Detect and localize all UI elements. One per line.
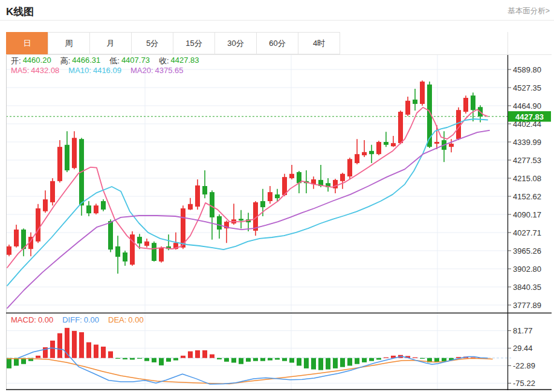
legend-ma5: MA5:4432.08 (11, 66, 59, 75)
tab-60min[interactable]: 60分 (256, 32, 298, 54)
tab-daily[interactable]: 日 (6, 32, 48, 54)
kline-chart-page: K线图 基本面分析> 日 周 月 5分 15分 30分 60分 4时 开:446… (0, 0, 554, 392)
svg-text:4339.99: 4339.99 (513, 138, 541, 147)
svg-text:3840.35: 3840.35 (513, 283, 541, 292)
main-candlestick-chart[interactable]: 4589.804527.354464.904402.444339.994277.… (6, 54, 552, 313)
legend-dea: DEA:0.00 (108, 315, 144, 324)
legend-high: 高:4466.31 (60, 56, 101, 66)
tab-15min[interactable]: 15分 (173, 32, 215, 54)
legend-low: 低:4407.73 (109, 56, 150, 66)
tab-4hour[interactable]: 4时 (298, 32, 340, 54)
svg-text:29.44: 29.44 (513, 344, 533, 353)
svg-text:3902.80: 3902.80 (513, 265, 541, 274)
svg-text:4427.83: 4427.83 (515, 112, 544, 121)
legend-diff: DIFF:0.00 (62, 315, 99, 324)
svg-text:4464.90: 4464.90 (513, 101, 541, 111)
ohlc-legend: 开:4460.20 高:4466.31 低:4407.73 收:4427.83 (11, 56, 199, 66)
svg-text:-22.89: -22.89 (513, 361, 535, 370)
legend-open: 开:4460.20 (11, 56, 51, 66)
legend-ma20: MA20:4375.65 (130, 66, 184, 75)
header-divider (0, 20, 554, 21)
svg-text:3777.89: 3777.89 (513, 301, 541, 310)
current-price-tag: 4427.83 (508, 111, 551, 121)
legend-ma10: MA10:4416.09 (68, 66, 121, 75)
tab-30min[interactable]: 30分 (214, 32, 257, 54)
legend-macd: MACD:0.00 (11, 315, 53, 324)
svg-text:4277.53: 4277.53 (513, 156, 541, 165)
macd-legend: MACD:0.00 DIFF:0.00 DEA:0.00 (11, 315, 144, 324)
toolbar-right-border (507, 32, 508, 54)
legend-close: 收:4427.83 (159, 56, 199, 66)
svg-text:4027.71: 4027.71 (513, 228, 541, 237)
tab-monthly[interactable]: 月 (89, 32, 132, 54)
svg-text:4152.62: 4152.62 (513, 192, 541, 201)
svg-text:4527.35: 4527.35 (513, 83, 541, 92)
svg-text:4589.80: 4589.80 (513, 65, 541, 74)
svg-text:3965.26: 3965.26 (513, 246, 541, 255)
tab-weekly[interactable]: 周 (48, 32, 90, 54)
svg-text:81.77: 81.77 (513, 326, 533, 335)
interval-tab-bar: 日 周 月 5分 15分 30分 60分 4时 (6, 32, 340, 54)
page-title: K线图 (6, 5, 34, 19)
svg-text:-75.22: -75.22 (513, 379, 535, 388)
macd-indicator-chart[interactable]: 81.7729.44-22.89-75.22 (6, 313, 552, 390)
tab-5min[interactable]: 5分 (131, 32, 173, 54)
svg-text:4090.17: 4090.17 (513, 210, 541, 219)
ma-legend: MA5:4432.08 MA10:4416.09 MA20:4375.65 (11, 66, 184, 75)
svg-text:4215.08: 4215.08 (513, 174, 541, 183)
fundamental-analysis-link[interactable]: 基本面分析> (507, 6, 550, 16)
